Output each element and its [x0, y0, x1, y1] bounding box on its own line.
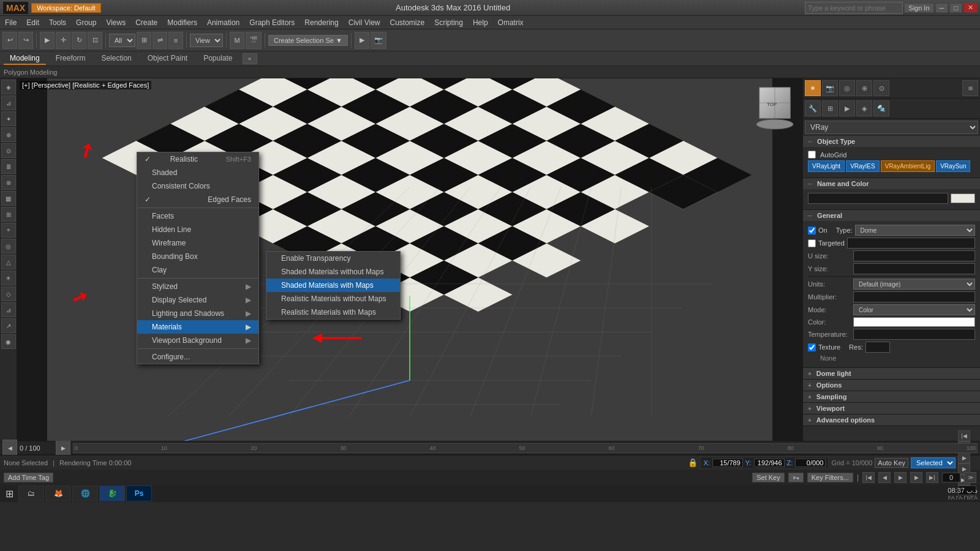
viewport-header[interactable]: + Viewport	[803, 403, 980, 414]
sm-shaded-maps[interactable]: Shaded Materials with Maps	[266, 279, 400, 292]
units-dropdown[interactable]: Default (image)	[853, 279, 975, 290]
selected-dropdown[interactable]: Selected	[911, 457, 956, 468]
on-checkbox[interactable]	[808, 227, 816, 234]
cm-configure[interactable]: Configure...	[137, 350, 258, 364]
sidebar-btn-8[interactable]: ▦	[1, 191, 16, 206]
lock-icon[interactable]: 🔒	[688, 458, 698, 467]
rp-icon-modify[interactable]: 🔧	[805, 100, 821, 116]
taskbar-chrome[interactable]: 🌐	[72, 485, 98, 501]
ysize-input[interactable]: 100/000	[853, 263, 975, 274]
menu-animation[interactable]: Animation	[202, 17, 244, 28]
menu-tools[interactable]: Tools	[44, 17, 71, 28]
fb-play[interactable]: ▶	[894, 472, 907, 483]
cm-shaded[interactable]: Shaded	[137, 166, 258, 179]
sidebar-btn-3[interactable]: ✦	[1, 111, 16, 126]
tab-freeform[interactable]: Freeform	[50, 53, 92, 65]
render-button[interactable]: 🎬	[246, 32, 262, 49]
rp-icon-helper[interactable]: ⊕	[856, 80, 872, 96]
maximize-button[interactable]: □	[949, 3, 962, 13]
sidebar-btn-13[interactable]: ☀	[1, 271, 16, 285]
targeted-checkbox[interactable]	[808, 239, 816, 247]
tab-selection[interactable]: Selection	[95, 53, 137, 65]
cm-hidden-line[interactable]: Hidden Line	[137, 223, 258, 236]
add-time-tag-button[interactable]: Add Time Tag	[4, 473, 53, 482]
general-header[interactable]: ─ General	[803, 210, 980, 221]
cm-facets[interactable]: Facets	[137, 209, 258, 223]
texture-checkbox[interactable]	[808, 343, 816, 351]
rp-icon-utilities[interactable]: 🔩	[873, 100, 889, 116]
sidebar-btn-9[interactable]: ⊞	[1, 207, 16, 222]
frame-counter-2[interactable]	[942, 473, 960, 482]
taskbar-explorer[interactable]: 🗂	[18, 485, 44, 501]
menu-scripting[interactable]: Scripting	[429, 17, 468, 28]
tab-object-paint[interactable]: Object Paint	[141, 53, 194, 65]
sidebar-btn-17[interactable]: ◉	[1, 334, 16, 349]
menu-omatrix[interactable]: Omatrix	[493, 17, 529, 28]
rp-icon-camera[interactable]: 📷	[822, 80, 838, 96]
name-input[interactable]	[808, 193, 948, 204]
menu-file[interactable]: File	[0, 17, 21, 28]
rp-icon-geo[interactable]: ◎	[839, 80, 855, 96]
sidebar-btn-15[interactable]: ⊿	[1, 302, 16, 317]
align-button[interactable]: ≡	[168, 32, 183, 49]
sampling-header[interactable]: + Sampling	[803, 391, 980, 402]
filter-dropdown[interactable]: All	[109, 34, 135, 47]
sidebar-btn-2[interactable]: ⊿	[1, 96, 16, 110]
dome-light-header[interactable]: + Dome light	[803, 368, 980, 379]
sidebar-btn-1[interactable]: ◈	[1, 80, 16, 94]
usize-input[interactable]: 150/000	[853, 250, 975, 261]
vray-dropdown[interactable]: VRay	[805, 121, 978, 134]
sidebar-btn-4[interactable]: ⊕	[1, 127, 16, 142]
mode-dropdown[interactable]: Color	[853, 304, 975, 315]
rp-icon-motion[interactable]: ▶	[839, 100, 855, 116]
targeted-input[interactable]: 200/000	[847, 238, 975, 249]
undo-button[interactable]: ↩	[2, 32, 17, 49]
rp-icon-space[interactable]: ⊙	[873, 80, 889, 96]
timeline-prev[interactable]: ◀	[2, 440, 17, 457]
name-color-header[interactable]: ─ Name and Color	[803, 178, 980, 189]
cm-viewport-bg[interactable]: Viewport Background▶	[137, 334, 258, 347]
menu-modifiers[interactable]: Modifiers	[162, 17, 202, 28]
menu-rendering[interactable]: Rendering	[300, 17, 343, 28]
key-icon-button[interactable]: 🗝	[788, 473, 804, 482]
options-header[interactable]: + Options	[803, 380, 980, 391]
cm-edged-faces[interactable]: Edged Faces	[137, 193, 258, 206]
vrayies-button[interactable]: VRayIES	[846, 160, 880, 172]
sm-shaded-no-maps[interactable]: Shaded Materials without Maps	[266, 265, 400, 279]
res-input[interactable]: 512	[865, 342, 890, 353]
start-button[interactable]: ⊞	[1, 485, 17, 501]
create-selection-dropdown[interactable]: Create Selection Se ▼	[268, 35, 348, 46]
object-type-header[interactable]: ─ Object Type	[803, 136, 980, 147]
timeline-next[interactable]: ▶	[56, 440, 70, 457]
sign-in-button[interactable]: Sign In	[904, 3, 933, 13]
play-button[interactable]: ▶	[355, 32, 369, 49]
tab-modeling[interactable]: Modeling	[4, 53, 46, 65]
cm-stylized[interactable]: Stylized▶	[137, 280, 258, 293]
tab-populate[interactable]: Populate	[197, 53, 238, 65]
sm-realistic-maps[interactable]: Realistic Materials with Maps	[266, 305, 400, 319]
sidebar-btn-6[interactable]: ≣	[1, 159, 16, 174]
menu-civil-view[interactable]: Civil View	[344, 17, 385, 28]
sm-realistic-no-maps[interactable]: Realistic Materials without Maps	[266, 292, 400, 305]
temp-input[interactable]: 6500/000	[853, 329, 975, 340]
rp-icon-hierarchy[interactable]: ⊞	[822, 100, 838, 116]
sm-enable-transparency[interactable]: Enable Transparency	[266, 252, 400, 265]
set-key-button[interactable]: Set Key	[752, 473, 785, 482]
fb-prev-frame[interactable]: ◀	[878, 472, 891, 483]
sidebar-btn-12[interactable]: △	[1, 255, 16, 269]
timeline-slider[interactable]: 0 10 20 30 40 50 60 70 80 90 100	[73, 443, 978, 453]
sidebar-btn-5[interactable]: ⊙	[1, 143, 16, 158]
rotate-button[interactable]: ↻	[72, 32, 86, 49]
scale-button[interactable]: ⊡	[88, 32, 102, 49]
cm-wireframe[interactable]: Wireframe	[137, 236, 258, 250]
fb-last-frame[interactable]: ▶|	[926, 472, 938, 483]
autokey-button[interactable]: Auto Key	[875, 458, 908, 468]
cm-realistic[interactable]: RealisticShift+F3	[137, 152, 258, 166]
vraylight-button[interactable]: VRayLight	[808, 160, 845, 172]
cm-bounding-box[interactable]: Bounding Box	[137, 250, 258, 263]
move-button[interactable]: ✛	[56, 32, 70, 49]
sidebar-btn-7[interactable]: ⊗	[1, 175, 16, 190]
sidebar-btn-16[interactable]: ↗	[1, 318, 16, 333]
multiplier-input[interactable]: 1/000	[853, 291, 975, 302]
cm-display-selected[interactable]: Display Selected▶	[137, 293, 258, 307]
